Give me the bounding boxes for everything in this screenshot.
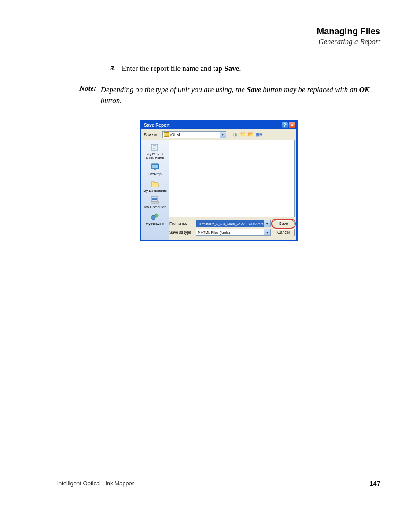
page-footer: intelligent Optical Link Mapper 147: [57, 480, 380, 487]
places-my-computer[interactable]: My Computer: [141, 194, 169, 210]
my-computer-icon: [150, 195, 160, 205]
note-text-1: Depending on the type of unit you are us…: [101, 85, 247, 94]
savetype-value: MHTML Files (*.mht): [198, 231, 230, 235]
savetype-dropdown[interactable]: MHTML Files (*.mht) ▾: [196, 229, 271, 236]
step-text-bold: Save: [224, 64, 239, 73]
dialog-body: My Recent Documents Desktop My Documents: [141, 140, 296, 240]
savetype-row: Save as type: MHTML Files (*.mht) ▾ Canc…: [169, 229, 295, 236]
page-number: 147: [369, 480, 380, 487]
note-bold-1: Save: [247, 85, 261, 94]
places-my-network[interactable]: My Network: [141, 211, 169, 227]
my-network-icon: [150, 212, 160, 222]
places-recent-documents[interactable]: My Recent Documents: [141, 142, 169, 161]
svg-rect-3: [154, 169, 156, 170]
up-folder-icon[interactable]: 📁: [240, 132, 246, 137]
save-in-label: Save in:: [144, 132, 161, 137]
svg-rect-6: [151, 202, 159, 203]
chapter-title: Managing Files: [57, 26, 380, 37]
bottom-fields: File name: Terminal A_1_1-1_1625_1490 + …: [169, 219, 296, 240]
section-title: Generating a Report: [57, 37, 380, 46]
chevron-down-icon[interactable]: ▾: [264, 229, 270, 235]
nav-toolbar: ◑ 📁 📂 ▦▾: [232, 132, 262, 137]
back-icon[interactable]: ◑: [232, 132, 238, 137]
step-text: Enter the report file name and tap Save.: [122, 63, 241, 74]
help-icon[interactable]: ?: [282, 122, 288, 128]
view-menu-icon[interactable]: ▦▾: [256, 132, 262, 137]
titlebar-buttons: ? ✕: [282, 122, 295, 128]
note-text-3: button.: [101, 96, 122, 105]
save-button[interactable]: Save: [273, 220, 295, 227]
screenshot-figure: Save Report ? ✕ Save in: iOLM ▾ ◑ 📁 📂 ▦▾: [57, 120, 380, 241]
folder-icon: [164, 132, 169, 137]
my-documents-icon: [150, 179, 160, 189]
step-text-suffix: .: [239, 64, 241, 73]
instruction-step: 3. Enter the report file name and tap Sa…: [110, 63, 380, 74]
close-icon[interactable]: ✕: [289, 122, 295, 128]
new-folder-icon[interactable]: 📂: [248, 132, 254, 137]
savetype-label: Save as type:: [169, 230, 194, 235]
right-pane: File name: Terminal A_1_1-1_1625_1490 + …: [169, 140, 296, 240]
cancel-button[interactable]: Cancel: [273, 229, 295, 236]
filename-value: Terminal A_1_1-1_1625_1490 + 1550.mht: [198, 222, 263, 226]
places-bar: My Recent Documents Desktop My Documents: [141, 140, 169, 240]
save-report-dialog: Save Report ? ✕ Save in: iOLM ▾ ◑ 📁 📂 ▦▾: [140, 120, 298, 241]
page-header: Managing Files Generating a Report: [57, 26, 380, 46]
note-body: Depending on the type of unit you are us…: [101, 84, 380, 106]
svg-point-7: [151, 215, 155, 220]
recent-documents-icon: [150, 143, 160, 152]
note-text-2: button may be replaced with an: [261, 85, 359, 94]
chevron-down-icon[interactable]: ▾: [220, 132, 226, 138]
note-block: Note: Depending on the type of unit you …: [79, 84, 380, 106]
header-rule: [57, 50, 380, 50]
file-list-area[interactable]: [169, 140, 295, 217]
note-bold-2: OK: [359, 85, 370, 94]
places-my-documents[interactable]: My Documents: [141, 178, 169, 194]
save-in-value: iOLM: [170, 132, 180, 137]
step-number: 3.: [110, 63, 116, 74]
footer-rule: [189, 473, 380, 473]
step-text-prefix: Enter the report file name and tap: [122, 64, 225, 73]
save-in-row: Save in: iOLM ▾ ◑ 📁 📂 ▦▾: [141, 129, 296, 140]
chevron-down-icon[interactable]: ▾: [264, 220, 270, 227]
desktop-icon: [150, 162, 160, 172]
filename-input[interactable]: Terminal A_1_1-1_1625_1490 + 1550.mht ▾: [196, 220, 271, 227]
places-desktop[interactable]: Desktop: [141, 161, 169, 177]
note-label: Note:: [79, 84, 96, 106]
filename-label: File name:: [169, 221, 194, 226]
svg-point-8: [155, 214, 158, 217]
dialog-title: Save Report: [144, 123, 169, 128]
footer-product-name: intelligent Optical Link Mapper: [57, 480, 134, 487]
save-in-dropdown[interactable]: iOLM ▾: [162, 131, 226, 138]
svg-rect-0: [151, 144, 158, 150]
svg-rect-5: [152, 198, 157, 200]
filename-row: File name: Terminal A_1_1-1_1625_1490 + …: [169, 220, 295, 227]
dialog-titlebar[interactable]: Save Report ? ✕: [141, 121, 296, 129]
svg-rect-2: [152, 165, 158, 168]
